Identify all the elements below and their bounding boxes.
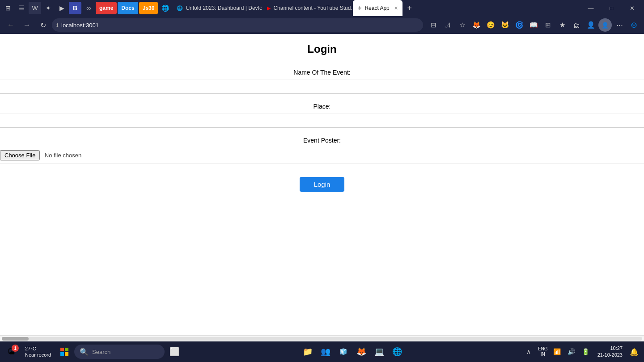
weather-widget[interactable]: 🌤 1 27°C Near record: [4, 344, 55, 360]
taskbar: 🌤 1 27°C Near record 🔍 ⬜ 📁 👥: [0, 341, 644, 362]
horizontal-scrollbar[interactable]: [0, 335, 644, 341]
taskbar-search[interactable]: 🔍: [74, 345, 165, 359]
maximize-button[interactable]: □: [601, 0, 622, 16]
search-icon: 🔍: [80, 348, 89, 356]
favorites-star-icon[interactable]: ★: [555, 18, 569, 32]
firefox-icon: 🦊: [356, 347, 366, 357]
taskbar-firefox[interactable]: 🦊: [353, 344, 369, 360]
extension2-icon[interactable]: 😊: [484, 18, 497, 32]
tab-workspaces[interactable]: ⊞: [2, 2, 14, 14]
tab-youtube-label: Channel content - YouTube Stud...: [273, 5, 352, 11]
no-file-label: No file chosen: [45, 152, 81, 159]
notification-center[interactable]: 🔔: [628, 345, 640, 358]
place-label: Place:: [0, 103, 644, 110]
file-input-wrapper: Choose File No file chosen: [0, 147, 644, 164]
tab-b[interactable]: B: [69, 2, 81, 14]
weather-info: 27°C Near record: [25, 345, 51, 358]
split-screen-icon[interactable]: ⊟: [427, 18, 440, 32]
reader-view-icon[interactable]: 📖: [527, 18, 540, 32]
battery-icon[interactable]: 🔋: [580, 345, 592, 358]
vscode-icon: 💻: [374, 347, 384, 357]
svg-rect-1: [65, 348, 68, 351]
tab-react-favicon: ⚛: [357, 5, 362, 11]
event-poster-label: Event Poster:: [0, 137, 644, 144]
start-button[interactable]: [56, 344, 72, 360]
scrollbar-thumb[interactable]: [2, 337, 29, 341]
weather-notification-badge: 1: [12, 345, 19, 352]
file-manager-icon: 📁: [303, 347, 313, 357]
language-indicator[interactable]: ENG IN: [537, 345, 549, 358]
windows-logo-icon: [60, 348, 68, 356]
new-tab-button[interactable]: +: [403, 2, 416, 14]
show-hidden-icons[interactable]: ∧: [522, 345, 535, 358]
search-input[interactable]: [92, 349, 159, 355]
tab-unfold-label: Unfold 2023: Dashboard | Devfo...: [186, 5, 262, 11]
edge-icon: 🌐: [392, 347, 402, 357]
page-content: Login Name Of The Event: Place: Event Po…: [0, 34, 644, 341]
toolbar-icons: ⊟ 𝓐 ☆ 🦊 😊 🐱 🌀 📖 ⊞ ★ 🗂 👤 👤 ⋯ ⊛: [427, 18, 640, 32]
login-button[interactable]: Login: [300, 177, 345, 192]
place-input[interactable]: [0, 114, 644, 128]
tab-js30[interactable]: Js30: [139, 2, 158, 14]
volume-icon[interactable]: 🔊: [565, 345, 578, 358]
minimize-button[interactable]: —: [580, 0, 601, 16]
tab-infinity[interactable]: ∞: [82, 2, 95, 14]
people-icon[interactable]: 👤: [584, 18, 597, 32]
immersive-reader-icon[interactable]: ⊞: [541, 18, 555, 32]
taskbar-clock[interactable]: 10:27 21-10-2023: [595, 344, 625, 360]
tab-youtube[interactable]: ▶ Channel content - YouTube Stud... ✕: [263, 0, 352, 16]
extension1-icon[interactable]: 🦊: [470, 18, 483, 32]
svg-rect-2: [60, 352, 64, 356]
tab-clip[interactable]: ✦: [42, 2, 55, 14]
place-group: Place:: [0, 103, 644, 128]
taskbar-system-icons: ∧ ENG IN 📶 🔊 🔋: [522, 345, 592, 358]
task-view-icon: ⬜: [169, 347, 179, 357]
clock-time: 10:27: [597, 345, 623, 352]
weather-temperature: 27°C: [25, 345, 51, 352]
tab-edge-favicon[interactable]: 🌐: [159, 2, 171, 14]
taskbar-jetbrains[interactable]: 🧊: [335, 344, 352, 360]
weather-condition: Near record: [25, 352, 51, 358]
tab-react[interactable]: ⚛ React App ✕: [353, 0, 402, 16]
taskbar-right: ∧ ENG IN 📶 🔊 🔋 10:27 21-10-2023 🔔: [522, 344, 640, 360]
tab-unfold-favicon: 🌐: [177, 5, 183, 11]
teams-icon: 👥: [321, 347, 330, 357]
event-name-group: Name Of The Event:: [0, 69, 644, 94]
read-aloud-icon[interactable]: 𝓐: [441, 18, 454, 32]
scrollbar-track[interactable]: [2, 337, 642, 341]
tab-video[interactable]: ▶: [55, 2, 68, 14]
tab-sidebar-toggle[interactable]: ☰: [15, 2, 28, 14]
tab-game[interactable]: game: [96, 2, 117, 14]
svg-rect-0: [60, 348, 64, 351]
taskbar-edge[interactable]: 🌐: [389, 344, 405, 360]
wifi-icon[interactable]: 📶: [551, 345, 564, 358]
more-options-icon[interactable]: ⋯: [613, 18, 626, 32]
forward-button[interactable]: →: [20, 18, 34, 32]
event-name-input[interactable]: [0, 80, 644, 94]
tab-wix[interactable]: W: [29, 2, 41, 14]
profile-icon[interactable]: 👤: [598, 18, 612, 32]
taskbar-teams[interactable]: 👥: [318, 344, 334, 360]
tab-react-close[interactable]: ✕: [394, 5, 398, 11]
extension3-icon[interactable]: 🐱: [498, 18, 512, 32]
tab-unfold[interactable]: 🌐 Unfold 2023: Dashboard | Devfo... ✕: [172, 0, 262, 16]
extension4-icon[interactable]: 🌀: [513, 18, 526, 32]
browser-chrome: ⊞ ☰ W ✦ ▶ B ∞ game Docs Js30 🌐 🌐 Unfold …: [0, 0, 644, 34]
url-display: localhost:3001: [61, 22, 419, 29]
back-button[interactable]: ←: [4, 18, 18, 32]
refresh-button[interactable]: ↻: [36, 18, 50, 32]
security-icon: ℹ: [56, 22, 59, 28]
collections-icon[interactable]: 🗂: [570, 18, 583, 32]
address-bar: ← → ↻ ℹ localhost:3001 ⊟ 𝓐 ☆ 🦊 😊 🐱 🌀 📖 ⊞…: [0, 16, 644, 34]
address-input-wrap[interactable]: ℹ localhost:3001: [52, 18, 423, 32]
choose-file-button[interactable]: Choose File: [0, 150, 40, 160]
login-form-container: Login Name Of The Event: Place: Event Po…: [0, 34, 644, 192]
page-title: Login: [307, 43, 336, 55]
edge-copilot-icon[interactable]: ⊛: [627, 18, 640, 32]
taskbar-task-view[interactable]: ⬜: [166, 344, 182, 360]
favorites-icon[interactable]: ☆: [455, 18, 469, 32]
taskbar-vscode[interactable]: 💻: [371, 344, 387, 360]
close-button[interactable]: ✕: [622, 0, 642, 16]
tab-docs[interactable]: Docs: [118, 2, 138, 14]
taskbar-file-manager[interactable]: 📁: [300, 344, 316, 360]
